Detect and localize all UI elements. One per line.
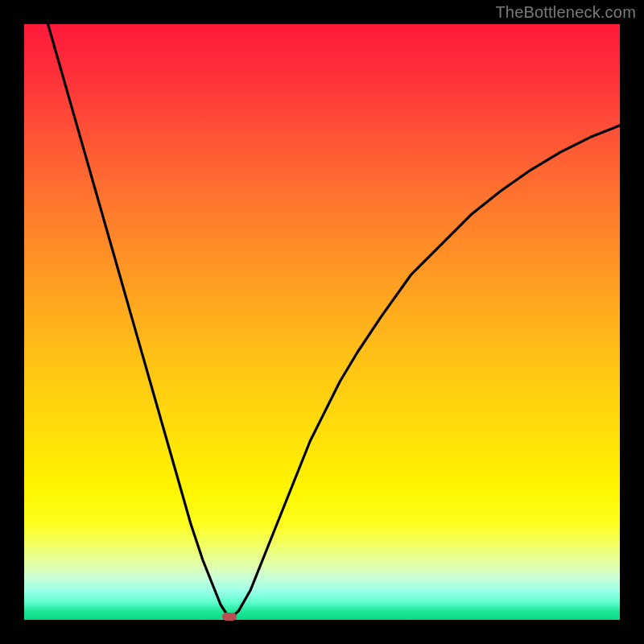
- chart-frame: TheBottleneck.com: [0, 0, 644, 644]
- minimum-marker: [222, 613, 237, 621]
- plot-area: [24, 24, 620, 620]
- watermark-text: TheBottleneck.com: [495, 3, 636, 22]
